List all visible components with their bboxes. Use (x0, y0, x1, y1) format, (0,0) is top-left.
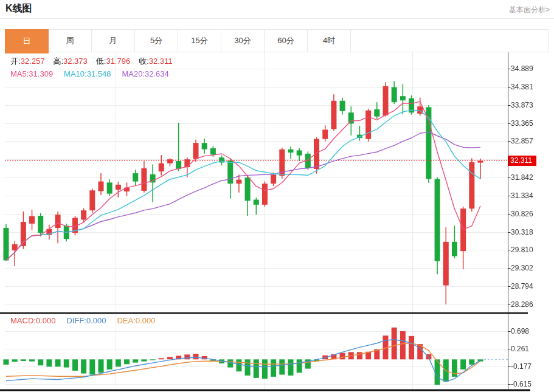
ohlcRow-label-0: 开: (10, 57, 21, 66)
page-title: K线图 (5, 2, 32, 15)
maRow-value-2: 32.634 (145, 69, 169, 78)
price-axis-label: 34.381 (511, 82, 533, 92)
ohlcRow-value-3: 32.311 (149, 57, 173, 66)
tab-period-1[interactable]: 周 (49, 30, 92, 52)
price-axis-label: 28.286 (511, 300, 533, 309)
maRow-label-2: MA20: (122, 69, 145, 78)
tab-period-6[interactable]: 60分 (265, 30, 308, 52)
ohlcRow-label-2: 低: (96, 57, 106, 66)
ohlcRow-value-1: 32.373 (63, 57, 88, 66)
ohlcRow-label-3: 收: (139, 57, 149, 66)
price-axis-label: 28.794 (511, 281, 533, 291)
maRow-value-1: 31.548 (87, 69, 111, 78)
ohlcRow-label-1: 高: (53, 57, 63, 66)
tab-period-0[interactable]: 日 (5, 29, 49, 53)
macd-readout: MACD:0.000DIFF:0.000DEA:0.000 (10, 316, 166, 325)
price-axis-label: 29.810 (511, 245, 533, 255)
tab-period-4[interactable]: 15分 (178, 30, 221, 52)
maRow-label-1: MA10: (64, 69, 87, 78)
price-axis-label: 31.334 (511, 191, 533, 201)
period-tabbar: 日周月5分15分30分60分4时 (5, 29, 549, 52)
macd-axis-label: -0.615 (511, 379, 531, 389)
page-header: K线图 基本面分析> (0, 0, 554, 19)
price-axis-label: 29.302 (511, 263, 533, 273)
tab-period-2[interactable]: 月 (92, 30, 135, 52)
macdRow-value-1: 0.000 (86, 316, 106, 325)
price-axis-label: 31.842 (511, 173, 533, 182)
ohlcRow-value-0: 32.257 (21, 57, 45, 66)
macdRow-label-2: DEA: (117, 316, 135, 325)
price-axis-label: 33.873 (511, 100, 533, 110)
price-axis-label: 30.826 (511, 209, 533, 219)
maRow-label-0: MA5: (10, 69, 29, 78)
tab-period-7[interactable]: 4时 (308, 30, 351, 52)
ma-readout: MA5:31.309MA10:31.548MA20:32.634 (10, 69, 180, 78)
tab-period-5[interactable]: 30分 (221, 30, 265, 52)
last-price-badge: 32.311 (508, 156, 536, 166)
ohlcRow-value-2: 31.796 (106, 57, 130, 66)
price-axis-label: 33.365 (511, 119, 533, 128)
fundamental-analysis-link[interactable]: 基本面分析> (509, 5, 550, 15)
macd-axis-label: -0.177 (511, 362, 531, 371)
price-axis-label: 30.318 (511, 227, 533, 237)
tab-period-3[interactable]: 5分 (135, 30, 178, 52)
maRow-value-0: 31.309 (29, 69, 53, 78)
macdRow-label-0: MACD: (10, 316, 36, 325)
macdRow-label-1: DIFF: (66, 316, 86, 325)
price-axis-label: 34.889 (511, 64, 533, 74)
macd-axis-label: 0.698 (511, 326, 529, 336)
macdRow-value-0: 0.000 (36, 316, 56, 325)
price-axis-label: 32.857 (511, 136, 533, 146)
macdRow-value-2: 0.000 (136, 316, 156, 325)
macd-axis-label: 0.261 (511, 344, 529, 354)
kline-widget: K线图 基本面分析> 日周月5分15分30分60分4时 开:32.257高:32… (0, 0, 554, 392)
ohlc-readout: 开:32.257高:32.373低:31.796收:32.311 (10, 56, 181, 67)
